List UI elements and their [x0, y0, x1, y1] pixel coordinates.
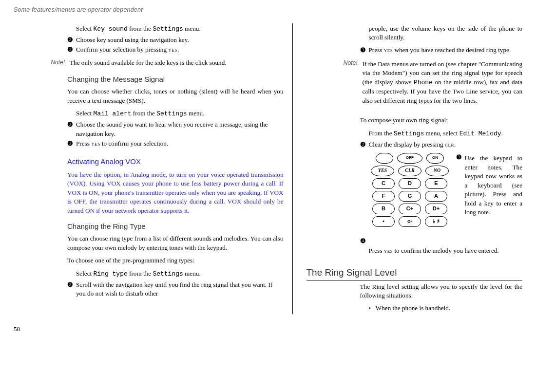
bullet-3-icon: ❸ — [67, 139, 76, 148]
left-column: Select Key sound from the Settings menu.… — [14, 23, 293, 314]
operator-note: Some features/menus are operator depende… — [14, 6, 522, 15]
step-text: Press yes when you have reached the desi… — [369, 46, 523, 55]
select-editmelody: From the Settings menu, select Edit Melo… — [369, 129, 523, 138]
continued-text: people, use the volume keys on the side … — [369, 24, 523, 42]
note-text: The only sound available for the side ke… — [70, 58, 284, 67]
list-item: • When the phone is handheld. — [369, 304, 523, 313]
step-text: Clear the display by pressing clr. — [369, 140, 523, 149]
paragraph-vox: You have the option, in Analog mode, to … — [67, 170, 284, 215]
bullet-3-icon: ❸ — [67, 45, 76, 54]
note-label: Note! — [333, 59, 363, 109]
right-column: people, use the volume keys on the side … — [293, 23, 523, 314]
paragraph: To choose one of the pre-programmed ring… — [67, 256, 284, 265]
step-text: Press yes to confirm your selection. — [76, 139, 284, 148]
heading-ring-type: Changing the Ring Type — [67, 221, 284, 231]
bullet-2-icon: ❷ — [67, 120, 76, 138]
keypad-illustration: OFFON YESCLRNO CDE FGA BC+D+ •o·♭ ♯ — [360, 152, 460, 228]
heading-message-signal: Changing the Message Signal — [67, 74, 284, 84]
step-text: Use the keypad to enter notes. The keypa… — [465, 154, 523, 217]
bullet-2-icon: ❷ — [67, 36, 76, 44]
step-text: Scroll with the navigation key until you… — [76, 280, 284, 299]
note-text: If the Data menus are turned on (see cha… — [363, 60, 523, 105]
step-text: Confirm your selection by pressing yes. — [76, 45, 284, 54]
paragraph: You can choose ring type from a list of … — [67, 234, 284, 252]
select-keysound: Select Key sound from the Settings menu. — [76, 24, 284, 34]
note-label: Note! — [40, 58, 70, 67]
bullet-3-icon: ❸ — [360, 46, 369, 55]
columns: Select Key sound from the Settings menu.… — [14, 23, 522, 314]
select-mailalert: Select Mail alert from the Settings menu… — [76, 109, 284, 118]
paragraph: To compose your own ring signal: — [360, 116, 523, 125]
step-text: Press yes to confirm the melody you have… — [369, 246, 523, 255]
bullet-2-icon: ❷ — [360, 140, 369, 149]
select-ringtype: Select Ring type from the Settings menu. — [76, 269, 284, 279]
bullet-4-icon: ❹ — [360, 237, 369, 245]
step-text: Choose key sound using the navigation ke… — [76, 36, 284, 44]
bullet-3-icon: ❸ — [456, 153, 465, 221]
heading-ring-signal-level: The Ring Signal Level — [306, 266, 523, 280]
page-number: 58 — [14, 325, 522, 334]
bullet-2-icon: ❷ — [67, 280, 76, 299]
paragraph: You can choose whether clicks, tones or … — [67, 87, 284, 105]
step-text: Choose the sound you want to hear when y… — [76, 120, 284, 138]
heading-analog-vox: Activating Analog VOX — [67, 156, 284, 167]
paragraph: The Ring level setting allows you to spe… — [360, 282, 523, 300]
